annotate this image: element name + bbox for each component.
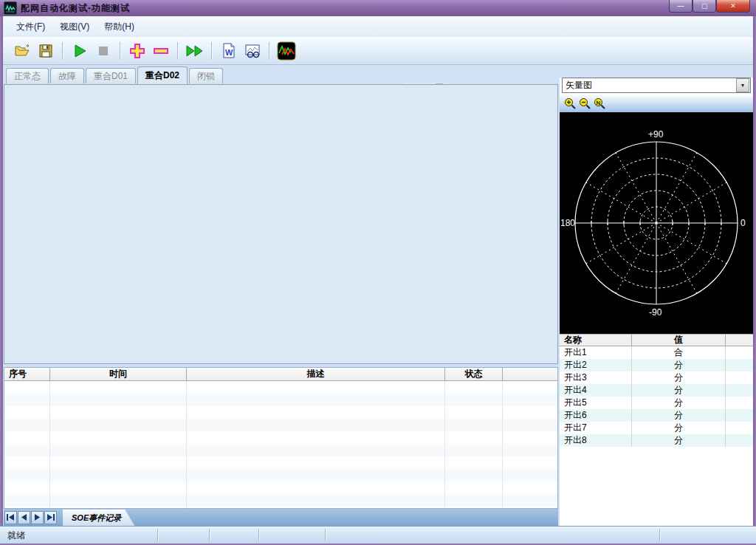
svg-text:W: W (225, 48, 233, 57)
run-all-button[interactable] (185, 41, 205, 61)
event-table-header: 序号 时间 描述 状态 (4, 368, 557, 381)
polar-label-left: 180 (560, 218, 575, 228)
right-panel-top (560, 66, 753, 78)
output-value: 分 (632, 422, 726, 434)
first-page-button[interactable] (4, 511, 17, 524)
state-tab-3[interactable]: 重合D02 (137, 66, 188, 84)
menu-bar: 文件(F)视图(V)帮助(H) (3, 16, 753, 37)
status-separator (659, 529, 661, 541)
window-title: 配网自动化测试-功能测试 (21, 2, 130, 15)
digital-output-row: 开出2分 (560, 359, 753, 371)
toolbar-separator (120, 42, 121, 60)
output-value: 分 (632, 371, 726, 384)
state-tab-0[interactable]: 正常态 (6, 68, 49, 83)
print-preview-icon (244, 43, 261, 59)
start-play-icon (72, 43, 88, 59)
column-header[interactable]: 值 (632, 335, 726, 346)
zoom-in-button[interactable] (563, 96, 577, 111)
chevron-down-icon[interactable]: ▼ (736, 78, 749, 92)
output-name: 开出5 (560, 397, 632, 409)
view-selector[interactable]: 矢量图 ▼ (562, 78, 751, 93)
remove-state-button[interactable] (151, 41, 171, 61)
output-name: 开出7 (560, 422, 632, 434)
polar-label-bottom: -90 (649, 307, 662, 318)
output-name: 开出4 (560, 384, 632, 397)
zoom-out-icon (579, 97, 591, 110)
column-line (186, 381, 187, 508)
digital-output-row: 开出3分 (560, 371, 753, 384)
output-value: 分 (632, 384, 726, 397)
outputs-header: 名称 值 (560, 334, 753, 346)
output-name: 开出6 (560, 409, 632, 422)
open-button[interactable] (12, 41, 32, 61)
state-tab-4[interactable]: 闭锁 (189, 68, 223, 83)
minimize-button[interactable]: — (669, 0, 693, 13)
word-report-button[interactable]: W (219, 41, 239, 61)
column-header[interactable]: 时间 (50, 368, 187, 381)
waveform-icon (277, 41, 296, 61)
tab-soe-event-log[interactable]: SOE事件记录 (63, 510, 134, 526)
first-page-icon (7, 514, 15, 521)
svg-text:N: N (596, 99, 600, 106)
stop-button[interactable] (93, 41, 114, 61)
output-value: 分 (632, 434, 726, 447)
add-state-button[interactable] (127, 41, 148, 61)
right-panel: 矢量图 ▼ (560, 66, 753, 526)
start-button[interactable] (69, 41, 90, 61)
digital-outputs-table: 名称 值 开出1合开出2分开出3分开出4分开出5分开出6分开出7分开出8分 (560, 334, 753, 447)
next-page-icon (34, 514, 41, 521)
column-header[interactable]: 描述 (187, 368, 445, 381)
column-line (502, 381, 503, 508)
status-separator (209, 529, 210, 541)
state-tab-1[interactable]: 故障 (50, 68, 84, 83)
output-name: 开出3 (560, 371, 632, 384)
waveform-button[interactable] (276, 41, 297, 61)
preview-button[interactable] (242, 41, 263, 61)
menu-item-1[interactable]: 视图(V) (52, 18, 97, 35)
open-folder-icon (13, 42, 31, 60)
fast-forward-icon (185, 43, 205, 59)
maximize-button[interactable]: ▢ (693, 0, 716, 13)
app-waveform-icon (4, 1, 17, 15)
column-header[interactable]: 名称 (560, 335, 632, 346)
next-page-button[interactable] (31, 511, 44, 524)
zoom-reset-button[interactable]: N (592, 96, 607, 111)
last-page-button[interactable] (44, 511, 57, 524)
prev-page-button[interactable] (18, 511, 30, 524)
digital-output-row: 开出7分 (560, 422, 753, 434)
polar-label-top: +90 (648, 129, 664, 140)
zoom-in-icon (564, 97, 577, 110)
digital-output-row: 开出8分 (560, 434, 753, 447)
output-value: 分 (632, 359, 726, 371)
digital-output-row: 开出6分 (560, 409, 753, 422)
word-document-icon: W (221, 42, 237, 60)
digital-output-row: 开出5分 (560, 397, 753, 409)
column-header[interactable]: 状态 (445, 368, 503, 381)
output-value: 分 (632, 409, 726, 422)
window-controls: — ▢ ✕ (669, 0, 750, 13)
column-header[interactable]: 序号 (4, 368, 50, 381)
output-value: 合 (632, 346, 726, 359)
zoom-out-button[interactable] (577, 96, 592, 111)
toolbar: W (3, 37, 753, 65)
status-separator (258, 529, 260, 541)
state-page (4, 84, 558, 364)
last-page-icon (47, 514, 55, 521)
chart-zoom-toolbar: N (560, 95, 753, 112)
output-name: 开出8 (560, 434, 632, 447)
close-button[interactable]: ✕ (716, 0, 750, 13)
status-text: 就绪 (7, 529, 25, 542)
event-table-body (4, 381, 557, 508)
menu-item-0[interactable]: 文件(F) (9, 18, 52, 35)
digital-output-row: 开出4分 (560, 384, 753, 397)
view-selector-value: 矢量图 (563, 79, 735, 92)
save-button[interactable] (35, 41, 56, 61)
title-bar[interactable]: 配网自动化测试-功能测试 — ▢ ✕ (0, 0, 756, 16)
app-waveform-icon (4, 2, 16, 14)
state-tab-2[interactable]: 重合D01 (86, 68, 136, 83)
menu-item-2[interactable]: 帮助(H) (97, 18, 142, 35)
status-separator (325, 529, 326, 541)
digital-output-row: 开出1合 (560, 346, 753, 359)
zoom-reset-icon: N (594, 97, 606, 110)
plus-icon (128, 42, 146, 60)
